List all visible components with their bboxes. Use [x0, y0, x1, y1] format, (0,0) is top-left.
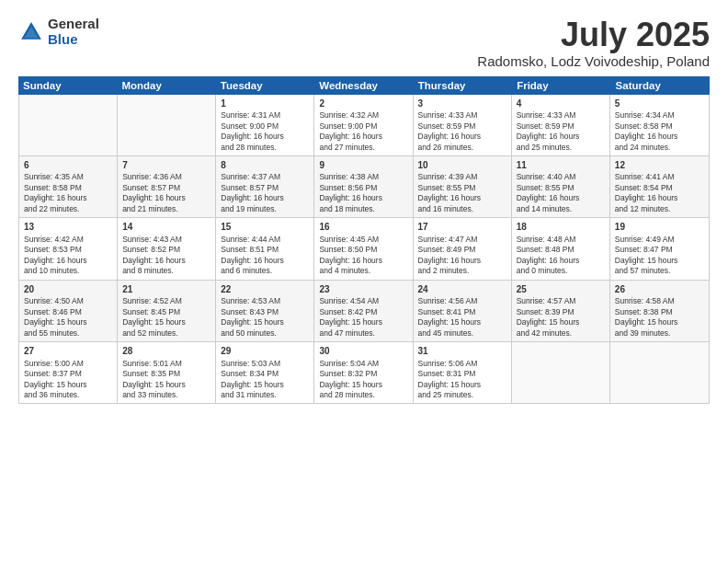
day-info-line: Sunset: 8:58 PM — [24, 183, 112, 193]
day-info-line: Sunrise: 4:57 AM — [517, 296, 605, 306]
header-cell-saturday: Saturday — [611, 76, 710, 95]
calendar-cell: 7Sunrise: 4:36 AMSunset: 8:57 PMDaylight… — [118, 156, 216, 217]
calendar-cell: 2Sunrise: 4:32 AMSunset: 9:00 PMDaylight… — [314, 95, 413, 155]
calendar-cell: 3Sunrise: 4:33 AMSunset: 8:59 PMDaylight… — [414, 95, 512, 155]
day-info-line: and 26 minutes. — [418, 143, 506, 153]
day-info-line: Sunset: 8:58 PM — [615, 121, 704, 132]
day-info-line: Sunset: 8:32 PM — [319, 369, 407, 379]
logo-text: General Blue — [48, 17, 99, 47]
day-info-line: Daylight: 16 hours — [517, 256, 605, 266]
day-info-line: Sunrise: 5:01 AM — [122, 359, 210, 369]
calendar-cell: 21Sunrise: 4:52 AMSunset: 8:45 PMDayligh… — [118, 281, 216, 341]
day-number: 22 — [221, 283, 309, 296]
day-number: 26 — [615, 283, 704, 296]
day-number: 19 — [615, 221, 704, 234]
day-info-line: and 55 minutes. — [24, 328, 112, 339]
calendar-cell — [118, 95, 216, 155]
title-block: July 2025 Radomsko, Lodz Voivodeship, Po… — [477, 17, 710, 69]
calendar-row-5: 27Sunrise: 5:00 AMSunset: 8:37 PMDayligh… — [19, 342, 709, 403]
calendar-cell: 12Sunrise: 4:41 AMSunset: 8:54 PMDayligh… — [610, 156, 709, 217]
calendar-cell: 16Sunrise: 4:45 AMSunset: 8:50 PMDayligh… — [314, 218, 413, 279]
calendar-cell: 4Sunrise: 4:33 AMSunset: 8:59 PMDaylight… — [512, 95, 610, 155]
day-number: 4 — [517, 98, 605, 110]
day-info-line: and 45 minutes. — [418, 328, 506, 339]
day-info-line: and 16 minutes. — [418, 204, 506, 214]
calendar-cell: 31Sunrise: 5:06 AMSunset: 8:31 PMDayligh… — [414, 342, 512, 403]
day-number: 25 — [517, 283, 605, 296]
day-number: 21 — [122, 283, 210, 296]
day-number: 17 — [418, 221, 506, 234]
day-info-line: Sunset: 8:45 PM — [122, 307, 210, 317]
header: General Blue July 2025 Radomsko, Lodz Vo… — [18, 17, 710, 69]
day-info-line: Daylight: 16 hours — [319, 132, 407, 142]
day-info-line: Daylight: 15 hours — [418, 317, 506, 327]
day-number: 24 — [418, 283, 506, 296]
day-number: 20 — [24, 283, 112, 296]
calendar-cell: 8Sunrise: 4:37 AMSunset: 8:57 PMDaylight… — [216, 156, 314, 217]
calendar-cell: 19Sunrise: 4:49 AMSunset: 8:47 PMDayligh… — [610, 218, 709, 279]
calendar-cell: 18Sunrise: 4:48 AMSunset: 8:48 PMDayligh… — [512, 218, 610, 279]
day-info-line: Daylight: 15 hours — [24, 380, 112, 390]
calendar-cell: 25Sunrise: 4:57 AMSunset: 8:39 PMDayligh… — [512, 281, 610, 341]
page: General Blue July 2025 Radomsko, Lodz Vo… — [0, 0, 728, 563]
day-info-line: and 47 minutes. — [319, 328, 407, 339]
day-info-line: Sunset: 8:42 PM — [319, 307, 407, 317]
day-number: 28 — [122, 345, 210, 358]
calendar-cell: 9Sunrise: 4:38 AMSunset: 8:56 PMDaylight… — [314, 156, 413, 217]
day-info-line: Daylight: 15 hours — [221, 317, 309, 327]
day-info-line: Sunset: 8:51 PM — [221, 245, 309, 255]
day-number: 23 — [319, 283, 407, 296]
day-info-line: and 8 minutes. — [122, 266, 210, 276]
calendar-cell: 20Sunrise: 4:50 AMSunset: 8:46 PMDayligh… — [19, 281, 118, 341]
day-info-line: Sunset: 8:37 PM — [24, 369, 112, 379]
day-info-line: Daylight: 15 hours — [418, 380, 506, 390]
day-number: 3 — [418, 98, 506, 110]
day-number: 6 — [24, 159, 112, 172]
day-info-line: Sunrise: 4:31 AM — [221, 110, 309, 121]
day-info-line: Sunrise: 4:43 AM — [122, 235, 210, 245]
day-info-line: Sunset: 8:57 PM — [221, 183, 309, 193]
day-info-line: and 52 minutes. — [122, 328, 210, 339]
day-info-line: Daylight: 15 hours — [319, 380, 407, 390]
day-number: 10 — [418, 159, 506, 172]
calendar-cell — [19, 95, 118, 155]
day-number: 1 — [221, 98, 309, 110]
day-info-line: Daylight: 16 hours — [24, 256, 112, 266]
day-info-line: Daylight: 15 hours — [319, 317, 407, 327]
calendar-cell: 10Sunrise: 4:39 AMSunset: 8:55 PMDayligh… — [414, 156, 512, 217]
day-info-line: Daylight: 16 hours — [122, 256, 210, 266]
day-info-line: and 25 minutes. — [517, 143, 605, 153]
day-info-line: Sunset: 8:35 PM — [122, 369, 210, 379]
day-info-line: Sunrise: 5:04 AM — [319, 359, 407, 369]
day-info-line: Sunset: 8:49 PM — [418, 245, 506, 255]
header-cell-tuesday: Tuesday — [216, 76, 314, 95]
day-info-line: Sunrise: 4:48 AM — [517, 235, 605, 245]
day-info-line: Daylight: 15 hours — [615, 256, 704, 266]
day-info-line: and 18 minutes. — [319, 204, 407, 214]
day-info-line: Sunset: 8:55 PM — [418, 183, 506, 193]
day-info-line: Sunset: 8:59 PM — [418, 121, 506, 132]
day-info-line: Sunrise: 4:33 AM — [517, 110, 605, 121]
calendar-row-4: 20Sunrise: 4:50 AMSunset: 8:46 PMDayligh… — [19, 281, 709, 342]
day-number: 18 — [517, 221, 605, 234]
day-info-line: Sunrise: 4:49 AM — [615, 235, 704, 245]
day-info-line: Sunset: 8:47 PM — [615, 245, 704, 255]
day-info-line: and 28 minutes. — [319, 390, 407, 400]
day-info-line: and 4 minutes. — [319, 266, 407, 276]
calendar-cell: 29Sunrise: 5:03 AMSunset: 8:34 PMDayligh… — [216, 342, 314, 403]
day-info-line: Sunset: 8:38 PM — [615, 307, 704, 317]
header-cell-monday: Monday — [117, 76, 215, 95]
day-info-line: Daylight: 16 hours — [221, 132, 309, 142]
day-number: 2 — [319, 98, 407, 110]
day-number: 30 — [319, 345, 407, 358]
day-info-line: Daylight: 15 hours — [24, 317, 112, 327]
day-info-line: Sunrise: 4:38 AM — [319, 172, 407, 182]
day-info-line: Daylight: 16 hours — [418, 132, 506, 142]
calendar-row-1: 1Sunrise: 4:31 AMSunset: 9:00 PMDaylight… — [19, 95, 709, 156]
day-info-line: and 19 minutes. — [221, 204, 309, 214]
day-info-line: Sunrise: 4:54 AM — [319, 296, 407, 306]
day-number: 16 — [319, 221, 407, 234]
day-info-line: Daylight: 16 hours — [221, 193, 309, 203]
day-info-line: Daylight: 16 hours — [319, 256, 407, 266]
calendar-cell: 13Sunrise: 4:42 AMSunset: 8:53 PMDayligh… — [19, 218, 118, 279]
